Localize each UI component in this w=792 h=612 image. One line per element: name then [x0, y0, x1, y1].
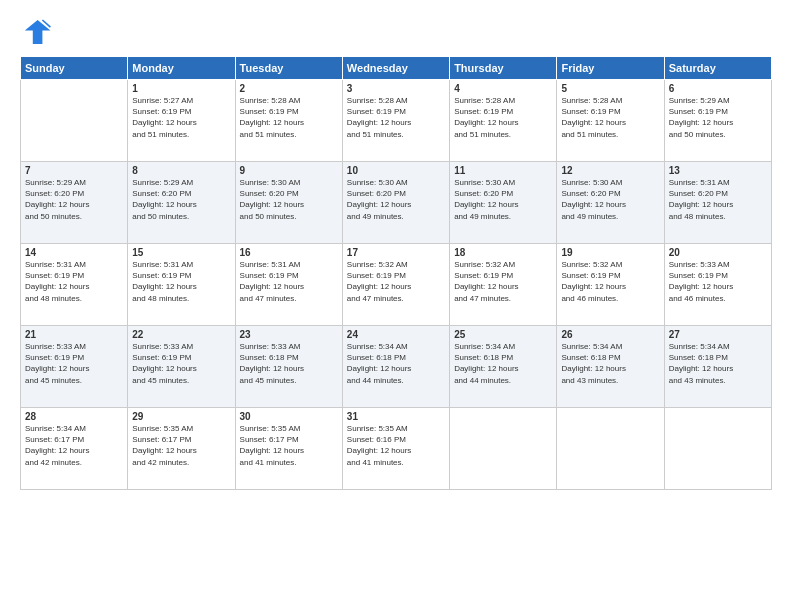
header	[20, 16, 772, 48]
calendar-cell: 25Sunrise: 5:34 AM Sunset: 6:18 PM Dayli…	[450, 326, 557, 408]
day-number: 12	[561, 165, 659, 176]
day-number: 29	[132, 411, 230, 422]
day-info: Sunrise: 5:34 AM Sunset: 6:18 PM Dayligh…	[561, 341, 659, 386]
day-number: 4	[454, 83, 552, 94]
calendar-cell: 22Sunrise: 5:33 AM Sunset: 6:19 PM Dayli…	[128, 326, 235, 408]
calendar-cell: 12Sunrise: 5:30 AM Sunset: 6:20 PM Dayli…	[557, 162, 664, 244]
calendar-cell: 15Sunrise: 5:31 AM Sunset: 6:19 PM Dayli…	[128, 244, 235, 326]
day-number: 22	[132, 329, 230, 340]
day-number: 6	[669, 83, 767, 94]
calendar-cell: 1Sunrise: 5:27 AM Sunset: 6:19 PM Daylig…	[128, 80, 235, 162]
day-info: Sunrise: 5:28 AM Sunset: 6:19 PM Dayligh…	[347, 95, 445, 140]
day-number: 2	[240, 83, 338, 94]
day-number: 25	[454, 329, 552, 340]
calendar-cell: 30Sunrise: 5:35 AM Sunset: 6:17 PM Dayli…	[235, 408, 342, 490]
day-info: Sunrise: 5:33 AM Sunset: 6:19 PM Dayligh…	[669, 259, 767, 304]
col-sunday: Sunday	[21, 57, 128, 80]
col-monday: Monday	[128, 57, 235, 80]
calendar-cell: 20Sunrise: 5:33 AM Sunset: 6:19 PM Dayli…	[664, 244, 771, 326]
calendar-cell: 3Sunrise: 5:28 AM Sunset: 6:19 PM Daylig…	[342, 80, 449, 162]
week-row-4: 21Sunrise: 5:33 AM Sunset: 6:19 PM Dayli…	[21, 326, 772, 408]
day-info: Sunrise: 5:34 AM Sunset: 6:18 PM Dayligh…	[454, 341, 552, 386]
header-row: Sunday Monday Tuesday Wednesday Thursday…	[21, 57, 772, 80]
calendar-cell: 2Sunrise: 5:28 AM Sunset: 6:19 PM Daylig…	[235, 80, 342, 162]
day-number: 13	[669, 165, 767, 176]
col-tuesday: Tuesday	[235, 57, 342, 80]
col-friday: Friday	[557, 57, 664, 80]
calendar-cell: 16Sunrise: 5:31 AM Sunset: 6:19 PM Dayli…	[235, 244, 342, 326]
calendar-cell: 24Sunrise: 5:34 AM Sunset: 6:18 PM Dayli…	[342, 326, 449, 408]
day-info: Sunrise: 5:33 AM Sunset: 6:19 PM Dayligh…	[25, 341, 123, 386]
calendar-cell: 26Sunrise: 5:34 AM Sunset: 6:18 PM Dayli…	[557, 326, 664, 408]
day-number: 17	[347, 247, 445, 258]
day-info: Sunrise: 5:30 AM Sunset: 6:20 PM Dayligh…	[561, 177, 659, 222]
day-info: Sunrise: 5:32 AM Sunset: 6:19 PM Dayligh…	[347, 259, 445, 304]
day-info: Sunrise: 5:31 AM Sunset: 6:19 PM Dayligh…	[240, 259, 338, 304]
col-thursday: Thursday	[450, 57, 557, 80]
calendar-cell: 14Sunrise: 5:31 AM Sunset: 6:19 PM Dayli…	[21, 244, 128, 326]
day-info: Sunrise: 5:31 AM Sunset: 6:19 PM Dayligh…	[132, 259, 230, 304]
day-number: 23	[240, 329, 338, 340]
day-number: 14	[25, 247, 123, 258]
day-info: Sunrise: 5:35 AM Sunset: 6:17 PM Dayligh…	[240, 423, 338, 468]
day-info: Sunrise: 5:28 AM Sunset: 6:19 PM Dayligh…	[240, 95, 338, 140]
day-info: Sunrise: 5:29 AM Sunset: 6:20 PM Dayligh…	[132, 177, 230, 222]
day-info: Sunrise: 5:35 AM Sunset: 6:16 PM Dayligh…	[347, 423, 445, 468]
logo-icon	[20, 16, 52, 48]
calendar: Sunday Monday Tuesday Wednesday Thursday…	[20, 56, 772, 490]
calendar-cell: 29Sunrise: 5:35 AM Sunset: 6:17 PM Dayli…	[128, 408, 235, 490]
day-number: 24	[347, 329, 445, 340]
calendar-cell: 21Sunrise: 5:33 AM Sunset: 6:19 PM Dayli…	[21, 326, 128, 408]
day-number: 3	[347, 83, 445, 94]
day-info: Sunrise: 5:31 AM Sunset: 6:20 PM Dayligh…	[669, 177, 767, 222]
calendar-cell: 13Sunrise: 5:31 AM Sunset: 6:20 PM Dayli…	[664, 162, 771, 244]
day-number: 16	[240, 247, 338, 258]
day-number: 15	[132, 247, 230, 258]
calendar-cell: 28Sunrise: 5:34 AM Sunset: 6:17 PM Dayli…	[21, 408, 128, 490]
week-row-5: 28Sunrise: 5:34 AM Sunset: 6:17 PM Dayli…	[21, 408, 772, 490]
week-row-3: 14Sunrise: 5:31 AM Sunset: 6:19 PM Dayli…	[21, 244, 772, 326]
calendar-cell: 11Sunrise: 5:30 AM Sunset: 6:20 PM Dayli…	[450, 162, 557, 244]
logo	[20, 16, 56, 48]
page: Sunday Monday Tuesday Wednesday Thursday…	[0, 0, 792, 612]
day-number: 20	[669, 247, 767, 258]
day-info: Sunrise: 5:33 AM Sunset: 6:18 PM Dayligh…	[240, 341, 338, 386]
calendar-cell	[664, 408, 771, 490]
week-row-1: 1Sunrise: 5:27 AM Sunset: 6:19 PM Daylig…	[21, 80, 772, 162]
day-info: Sunrise: 5:30 AM Sunset: 6:20 PM Dayligh…	[454, 177, 552, 222]
day-number: 1	[132, 83, 230, 94]
calendar-cell: 10Sunrise: 5:30 AM Sunset: 6:20 PM Dayli…	[342, 162, 449, 244]
day-info: Sunrise: 5:35 AM Sunset: 6:17 PM Dayligh…	[132, 423, 230, 468]
day-number: 5	[561, 83, 659, 94]
col-wednesday: Wednesday	[342, 57, 449, 80]
week-row-2: 7Sunrise: 5:29 AM Sunset: 6:20 PM Daylig…	[21, 162, 772, 244]
day-number: 11	[454, 165, 552, 176]
col-saturday: Saturday	[664, 57, 771, 80]
day-info: Sunrise: 5:34 AM Sunset: 6:17 PM Dayligh…	[25, 423, 123, 468]
day-info: Sunrise: 5:32 AM Sunset: 6:19 PM Dayligh…	[454, 259, 552, 304]
calendar-cell	[450, 408, 557, 490]
day-number: 19	[561, 247, 659, 258]
calendar-cell	[557, 408, 664, 490]
calendar-cell: 6Sunrise: 5:29 AM Sunset: 6:19 PM Daylig…	[664, 80, 771, 162]
day-info: Sunrise: 5:28 AM Sunset: 6:19 PM Dayligh…	[454, 95, 552, 140]
day-info: Sunrise: 5:28 AM Sunset: 6:19 PM Dayligh…	[561, 95, 659, 140]
day-info: Sunrise: 5:33 AM Sunset: 6:19 PM Dayligh…	[132, 341, 230, 386]
calendar-cell: 4Sunrise: 5:28 AM Sunset: 6:19 PM Daylig…	[450, 80, 557, 162]
day-number: 8	[132, 165, 230, 176]
day-number: 27	[669, 329, 767, 340]
calendar-cell: 31Sunrise: 5:35 AM Sunset: 6:16 PM Dayli…	[342, 408, 449, 490]
day-info: Sunrise: 5:32 AM Sunset: 6:19 PM Dayligh…	[561, 259, 659, 304]
day-number: 10	[347, 165, 445, 176]
day-number: 21	[25, 329, 123, 340]
day-info: Sunrise: 5:30 AM Sunset: 6:20 PM Dayligh…	[240, 177, 338, 222]
day-info: Sunrise: 5:34 AM Sunset: 6:18 PM Dayligh…	[347, 341, 445, 386]
day-number: 26	[561, 329, 659, 340]
day-info: Sunrise: 5:29 AM Sunset: 6:19 PM Dayligh…	[669, 95, 767, 140]
calendar-cell: 23Sunrise: 5:33 AM Sunset: 6:18 PM Dayli…	[235, 326, 342, 408]
calendar-cell: 8Sunrise: 5:29 AM Sunset: 6:20 PM Daylig…	[128, 162, 235, 244]
calendar-cell: 7Sunrise: 5:29 AM Sunset: 6:20 PM Daylig…	[21, 162, 128, 244]
calendar-cell: 9Sunrise: 5:30 AM Sunset: 6:20 PM Daylig…	[235, 162, 342, 244]
day-info: Sunrise: 5:31 AM Sunset: 6:19 PM Dayligh…	[25, 259, 123, 304]
day-info: Sunrise: 5:27 AM Sunset: 6:19 PM Dayligh…	[132, 95, 230, 140]
